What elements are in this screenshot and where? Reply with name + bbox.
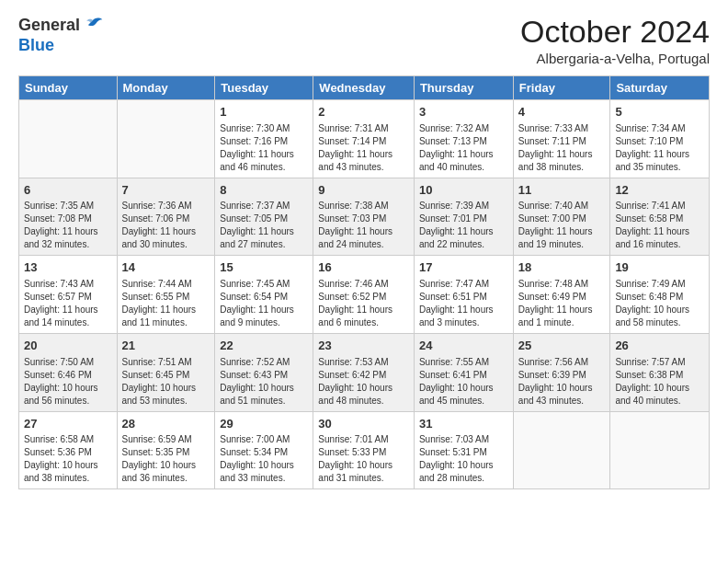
day-info: Sunrise: 7:03 AM Sunset: 5:31 PM Dayligh… [419, 433, 508, 485]
day-number: 13 [24, 259, 112, 276]
day-info: Sunrise: 7:34 AM Sunset: 7:10 PM Dayligh… [615, 122, 704, 174]
day-number: 21 [122, 338, 210, 354]
table-row [117, 100, 215, 178]
day-info: Sunrise: 7:38 AM Sunset: 7:03 PM Dayligh… [318, 200, 409, 251]
table-row: 30Sunrise: 7:01 AM Sunset: 5:33 PM Dayli… [313, 411, 415, 489]
table-row: 4Sunrise: 7:33 AM Sunset: 7:11 PM Daylig… [513, 100, 610, 178]
day-number: 5 [615, 104, 704, 121]
table-row: 19Sunrise: 7:49 AM Sunset: 6:48 PM Dayli… [610, 256, 710, 334]
day-number: 10 [419, 182, 508, 199]
day-number: 16 [318, 259, 409, 276]
table-row: 7Sunrise: 7:36 AM Sunset: 7:06 PM Daylig… [117, 178, 215, 256]
day-number: 2 [318, 104, 409, 121]
day-number: 25 [518, 338, 606, 354]
day-number: 30 [318, 416, 409, 432]
day-info: Sunrise: 6:59 AM Sunset: 5:35 PM Dayligh… [122, 433, 210, 485]
day-info: Sunrise: 7:31 AM Sunset: 7:14 PM Dayligh… [318, 122, 409, 174]
table-row [513, 411, 610, 489]
table-row: 26Sunrise: 7:57 AM Sunset: 6:38 PM Dayli… [610, 334, 710, 412]
day-number: 26 [615, 338, 704, 354]
table-row: 8Sunrise: 7:37 AM Sunset: 7:05 PM Daylig… [215, 178, 313, 256]
header-saturday: Saturday [610, 76, 710, 100]
calendar-week-row: 20Sunrise: 7:50 AM Sunset: 6:46 PM Dayli… [19, 334, 710, 412]
table-row: 31Sunrise: 7:03 AM Sunset: 5:31 PM Dayli… [414, 411, 513, 489]
day-info: Sunrise: 7:48 AM Sunset: 6:49 PM Dayligh… [518, 278, 606, 329]
day-number: 27 [24, 416, 112, 432]
day-number: 9 [318, 182, 409, 199]
table-row: 21Sunrise: 7:51 AM Sunset: 6:45 PM Dayli… [117, 334, 215, 412]
day-info: Sunrise: 6:58 AM Sunset: 5:36 PM Dayligh… [24, 433, 112, 485]
calendar: Sunday Monday Tuesday Wednesday Thursday… [18, 75, 710, 489]
table-row: 13Sunrise: 7:43 AM Sunset: 6:57 PM Dayli… [19, 256, 118, 334]
header: General Blue October 2024 Albergaria-a-V… [18, 15, 710, 66]
day-number: 3 [419, 104, 508, 121]
table-row: 22Sunrise: 7:52 AM Sunset: 6:43 PM Dayli… [215, 334, 313, 412]
day-info: Sunrise: 7:43 AM Sunset: 6:57 PM Dayligh… [24, 278, 112, 329]
day-info: Sunrise: 7:36 AM Sunset: 7:06 PM Dayligh… [122, 200, 210, 251]
day-number: 1 [220, 104, 308, 121]
day-number: 28 [122, 416, 210, 432]
day-info: Sunrise: 7:49 AM Sunset: 6:48 PM Dayligh… [615, 278, 704, 329]
header-tuesday: Tuesday [215, 76, 313, 100]
header-wednesday: Wednesday [313, 76, 415, 100]
day-number: 8 [220, 182, 308, 199]
logo-bird-icon [82, 15, 104, 37]
header-friday: Friday [513, 76, 610, 100]
day-info: Sunrise: 7:50 AM Sunset: 6:46 PM Dayligh… [24, 356, 112, 408]
day-info: Sunrise: 7:32 AM Sunset: 7:13 PM Dayligh… [419, 122, 508, 174]
day-number: 4 [518, 104, 606, 121]
day-number: 15 [220, 259, 308, 276]
day-number: 20 [24, 338, 112, 354]
day-number: 14 [122, 259, 210, 276]
day-info: Sunrise: 7:39 AM Sunset: 7:01 PM Dayligh… [419, 200, 508, 251]
logo: General Blue [18, 15, 104, 55]
logo-blue: Blue [18, 37, 104, 55]
table-row: 1Sunrise: 7:30 AM Sunset: 7:16 PM Daylig… [215, 100, 313, 178]
day-info: Sunrise: 7:00 AM Sunset: 5:34 PM Dayligh… [220, 433, 308, 485]
table-row [610, 411, 710, 489]
day-number: 22 [220, 338, 308, 354]
day-number: 24 [419, 338, 508, 354]
title-area: October 2024 Albergaria-a-Velha, Portuga… [520, 15, 710, 66]
day-number: 11 [518, 182, 606, 199]
day-info: Sunrise: 7:51 AM Sunset: 6:45 PM Dayligh… [122, 356, 210, 408]
day-info: Sunrise: 7:35 AM Sunset: 7:08 PM Dayligh… [24, 200, 112, 251]
header-sunday: Sunday [19, 76, 118, 100]
calendar-week-row: 27Sunrise: 6:58 AM Sunset: 5:36 PM Dayli… [19, 411, 710, 489]
day-info: Sunrise: 7:53 AM Sunset: 6:42 PM Dayligh… [318, 356, 409, 408]
header-thursday: Thursday [414, 76, 513, 100]
day-info: Sunrise: 7:40 AM Sunset: 7:00 PM Dayligh… [518, 200, 606, 251]
table-row: 2Sunrise: 7:31 AM Sunset: 7:14 PM Daylig… [313, 100, 415, 178]
location: Albergaria-a-Velha, Portugal [520, 51, 710, 66]
table-row: 29Sunrise: 7:00 AM Sunset: 5:34 PM Dayli… [215, 411, 313, 489]
table-row: 9Sunrise: 7:38 AM Sunset: 7:03 PM Daylig… [313, 178, 415, 256]
day-info: Sunrise: 7:52 AM Sunset: 6:43 PM Dayligh… [220, 356, 308, 408]
day-number: 19 [615, 259, 704, 276]
table-row: 12Sunrise: 7:41 AM Sunset: 6:58 PM Dayli… [610, 178, 710, 256]
day-number: 6 [24, 182, 112, 199]
table-row: 10Sunrise: 7:39 AM Sunset: 7:01 PM Dayli… [414, 178, 513, 256]
day-info: Sunrise: 7:56 AM Sunset: 6:39 PM Dayligh… [518, 356, 606, 408]
table-row: 6Sunrise: 7:35 AM Sunset: 7:08 PM Daylig… [19, 178, 118, 256]
table-row: 27Sunrise: 6:58 AM Sunset: 5:36 PM Dayli… [19, 411, 118, 489]
day-number: 29 [220, 416, 308, 432]
page: General Blue October 2024 Albergaria-a-V… [0, 0, 728, 563]
table-row: 17Sunrise: 7:47 AM Sunset: 6:51 PM Dayli… [414, 256, 513, 334]
day-info: Sunrise: 7:01 AM Sunset: 5:33 PM Dayligh… [318, 433, 409, 485]
table-row [19, 100, 118, 178]
day-number: 23 [318, 338, 409, 354]
table-row: 18Sunrise: 7:48 AM Sunset: 6:49 PM Dayli… [513, 256, 610, 334]
day-info: Sunrise: 7:46 AM Sunset: 6:52 PM Dayligh… [318, 278, 409, 329]
day-info: Sunrise: 7:55 AM Sunset: 6:41 PM Dayligh… [419, 356, 508, 408]
day-number: 12 [615, 182, 704, 199]
day-info: Sunrise: 7:44 AM Sunset: 6:55 PM Dayligh… [122, 278, 210, 329]
day-number: 7 [122, 182, 210, 199]
table-row: 15Sunrise: 7:45 AM Sunset: 6:54 PM Dayli… [215, 256, 313, 334]
day-number: 18 [518, 259, 606, 276]
table-row: 20Sunrise: 7:50 AM Sunset: 6:46 PM Dayli… [19, 334, 118, 412]
day-info: Sunrise: 7:57 AM Sunset: 6:38 PM Dayligh… [615, 356, 704, 408]
day-info: Sunrise: 7:45 AM Sunset: 6:54 PM Dayligh… [220, 278, 308, 329]
logo-general: General [18, 17, 80, 35]
day-info: Sunrise: 7:30 AM Sunset: 7:16 PM Dayligh… [220, 122, 308, 174]
day-info: Sunrise: 7:33 AM Sunset: 7:11 PM Dayligh… [518, 122, 606, 174]
